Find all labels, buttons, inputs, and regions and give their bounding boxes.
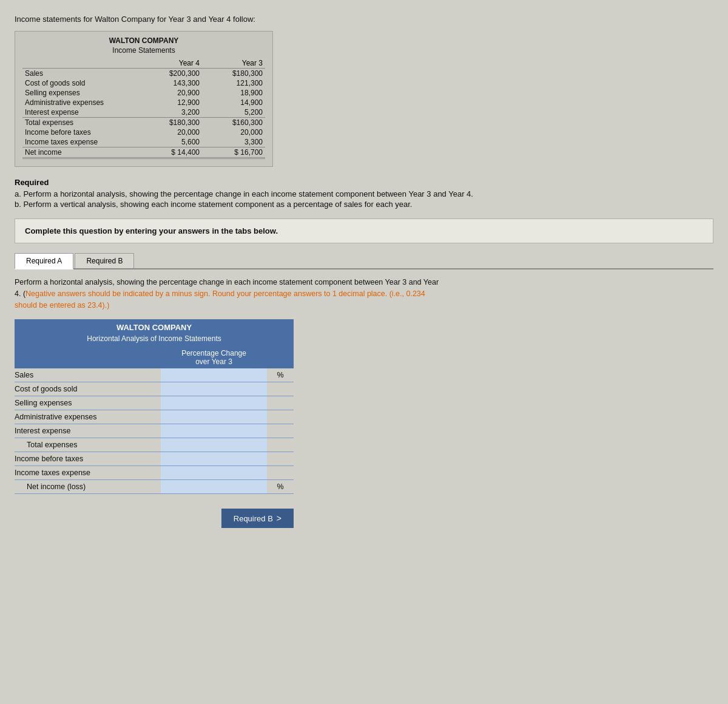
analysis-input[interactable] — [161, 424, 267, 438]
income-row-label: Interest expense — [22, 107, 144, 118]
income-row-year3: 18,900 — [204, 88, 265, 98]
income-row-year4: 20,900 — [144, 88, 204, 98]
analysis-input-cell[interactable] — [161, 452, 267, 466]
income-row-year4: 12,900 — [144, 98, 204, 107]
analysis-pct-symbol: % — [267, 480, 294, 494]
analysis-input[interactable] — [161, 396, 267, 410]
analysis-pct-symbol — [267, 466, 294, 480]
analysis-input-cell[interactable] — [161, 424, 267, 438]
analysis-input[interactable] — [161, 452, 267, 465]
analysis-input[interactable] — [161, 382, 267, 396]
income-row-year3: 20,000 — [204, 127, 265, 137]
analysis-row-label: Sales — [15, 368, 161, 382]
income-row-year4: $200,300 — [144, 69, 204, 79]
analysis-input[interactable] — [161, 480, 267, 493]
highlight-text: Negative answers should be indicated by … — [15, 289, 425, 310]
col-year3-header: Year 3 — [204, 58, 265, 69]
analysis-input-cell[interactable] — [161, 480, 267, 494]
analysis-row: Income taxes expense — [15, 466, 294, 480]
analysis-pct-symbol-header — [267, 347, 294, 368]
page-container: Income statements for Walton Company for… — [10, 10, 718, 540]
income-row-year3: $ 16,700 — [204, 147, 265, 158]
income-row-year4: 5,600 — [144, 137, 204, 147]
analysis-input[interactable] — [161, 466, 267, 479]
income-row-label: Administrative expenses — [22, 98, 144, 107]
income-row-label: Income before taxes — [22, 127, 144, 137]
analysis-input-cell[interactable] — [161, 466, 267, 480]
tab-required-b[interactable]: Required B — [75, 253, 134, 268]
analysis-row-label: Income before taxes — [15, 452, 161, 466]
income-row-year3: 3,300 — [204, 137, 265, 147]
required-part-a: a. Perform a horizontal analysis, showin… — [15, 189, 713, 198]
analysis-input-cell[interactable] — [161, 438, 267, 452]
analysis-table-title: Horizontal Analysis of Income Statements — [15, 333, 294, 347]
analysis-table: Percentage Change over Year 3 Sales%Cost… — [15, 347, 294, 494]
analysis-item-col-header — [15, 347, 161, 368]
analysis-row: Cost of goods sold — [15, 382, 294, 396]
analysis-row-label: Selling expenses — [15, 396, 161, 410]
income-row-label: Total expenses — [22, 118, 144, 128]
analysis-row-label: Interest expense — [15, 424, 161, 438]
income-table: Year 4 Year 3 Sales$200,300$180,300Cost … — [22, 58, 265, 159]
income-statement-container: WALTON COMPANY Income Statements Year 4 … — [15, 31, 273, 167]
col-year4-header: Year 4 — [144, 58, 204, 69]
analysis-row-label: Administrative expenses — [15, 410, 161, 424]
complete-text: Complete this question by entering your … — [25, 226, 278, 235]
required-b-label: Required B — [234, 514, 273, 523]
income-row-label: Sales — [22, 69, 144, 79]
company-name: WALTON COMPANY — [22, 36, 265, 45]
analysis-pct-col-header: Percentage Change over Year 3 — [161, 347, 267, 368]
col-label-header — [22, 58, 144, 69]
required-b-button[interactable]: Required B > — [221, 509, 294, 528]
income-row-label: Income taxes expense — [22, 137, 144, 147]
required-part-b: b. Perform a vertical analysis, showing … — [15, 200, 713, 209]
analysis-row-label: Total expenses — [15, 438, 161, 452]
income-row-year4: 3,200 — [144, 107, 204, 118]
analysis-row: Income before taxes — [15, 452, 294, 466]
required-section: Required a. Perform a horizontal analysi… — [15, 178, 713, 209]
income-row-year4: $180,300 — [144, 118, 204, 128]
analysis-input[interactable] — [161, 368, 267, 382]
analysis-row: Total expenses — [15, 438, 294, 452]
analysis-row-label: Cost of goods sold — [15, 382, 161, 396]
income-row-label: Net income — [22, 147, 144, 158]
chevron-right-icon: > — [277, 513, 281, 523]
analysis-pct-symbol — [267, 452, 294, 466]
income-row-label: Selling expenses — [22, 88, 144, 98]
analysis-input-cell[interactable] — [161, 368, 267, 382]
tab-instruction: Perform a horizontal analysis, showing t… — [15, 277, 439, 311]
income-row-year4: $ 14,400 — [144, 147, 204, 158]
analysis-input[interactable] — [161, 410, 267, 424]
analysis-row: Net income (loss)% — [15, 480, 294, 494]
analysis-pct-symbol — [267, 382, 294, 396]
analysis-pct-symbol: % — [267, 368, 294, 382]
income-row-label: Cost of goods sold — [22, 78, 144, 88]
complete-box: Complete this question by entering your … — [15, 218, 713, 243]
tabs-container: Required A Required B — [15, 253, 713, 269]
analysis-company-name: WALTON COMPANY — [15, 319, 294, 333]
horizontal-analysis-container: WALTON COMPANY Horizontal Analysis of In… — [15, 319, 294, 494]
analysis-pct-symbol — [267, 410, 294, 424]
bottom-nav: Required B > — [15, 509, 294, 528]
required-title: Required — [15, 178, 713, 187]
analysis-input-cell[interactable] — [161, 410, 267, 424]
statement-title: Income Statements — [22, 46, 265, 55]
income-row-year3: 121,300 — [204, 78, 265, 88]
analysis-row-label: Income taxes expense — [15, 466, 161, 480]
analysis-input-cell[interactable] — [161, 396, 267, 410]
tab-required-a[interactable]: Required A — [15, 253, 73, 269]
analysis-row-label: Net income (loss) — [15, 480, 161, 494]
analysis-pct-symbol — [267, 396, 294, 410]
analysis-row: Administrative expenses — [15, 410, 294, 424]
income-row-year4: 143,300 — [144, 78, 204, 88]
intro-text: Income statements for Walton Company for… — [15, 15, 713, 24]
income-row-year3: 14,900 — [204, 98, 265, 107]
analysis-row: Interest expense — [15, 424, 294, 438]
analysis-input[interactable] — [161, 438, 267, 452]
income-row-year3: $160,300 — [204, 118, 265, 128]
income-row-year4: 20,000 — [144, 127, 204, 137]
analysis-input-cell[interactable] — [161, 382, 267, 396]
income-row-year3: 5,200 — [204, 107, 265, 118]
analysis-row: Sales% — [15, 368, 294, 382]
income-row-year3: $180,300 — [204, 69, 265, 79]
